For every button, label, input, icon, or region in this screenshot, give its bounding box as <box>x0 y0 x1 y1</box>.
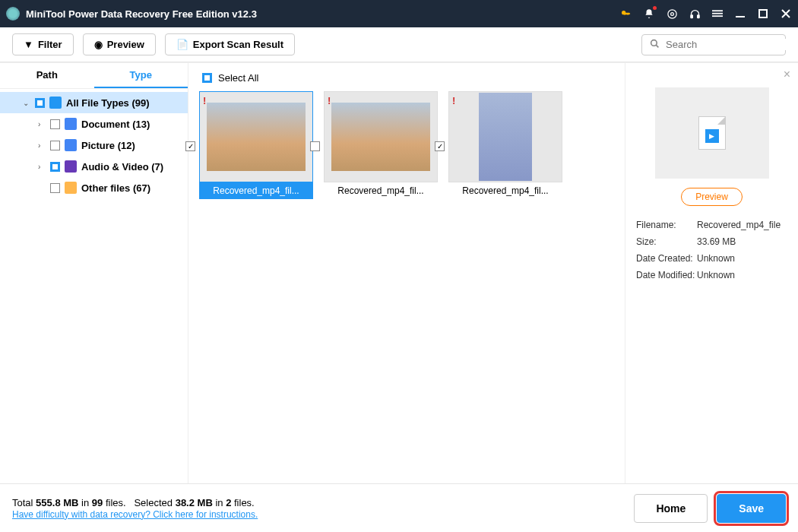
content-area: Select All ! Recovered_mp4_fil... ! Reco… <box>188 63 625 483</box>
toolbar: ▼ Filter ◉ Preview 📄 Export Scan Result <box>0 27 798 62</box>
svg-rect-3 <box>697 14 699 17</box>
filter-button[interactable]: ▼ Filter <box>12 33 74 55</box>
file-checkbox[interactable] <box>310 141 320 151</box>
tree-label: Audio & Video (7) <box>81 161 163 173</box>
footer: Total 555.8 MB in 99 files. Selected 38.… <box>0 483 798 532</box>
file-name: Recovered_mp4_fil... <box>324 182 438 199</box>
svg-point-9 <box>651 40 657 46</box>
tree-other-files[interactable]: Other files (67) <box>0 177 188 198</box>
warning-icon: ! <box>328 95 331 106</box>
preview-file-button[interactable]: Preview <box>681 188 743 206</box>
eye-icon: ◉ <box>94 39 103 50</box>
key-icon[interactable] <box>620 8 632 20</box>
tree-document[interactable]: › Document (13) <box>0 113 188 135</box>
thumb-image <box>479 93 532 181</box>
picture-icon <box>65 139 77 151</box>
search-box[interactable] <box>641 34 786 55</box>
meta-key: Date Modified: <box>636 270 697 280</box>
export-button[interactable]: 📄 Export Scan Result <box>165 33 295 55</box>
export-label: Export Scan Result <box>193 39 283 50</box>
thumbnail[interactable]: ! <box>324 91 438 182</box>
chevron-right-icon: › <box>38 120 46 128</box>
close-panel-icon[interactable]: × <box>784 68 790 81</box>
video-file-icon: ▶ <box>698 116 726 150</box>
footer-stats: Total 555.8 MB in 99 files. Selected 38.… <box>12 497 634 520</box>
file-card[interactable]: ! Recovered_mp4_fil... <box>448 91 562 199</box>
funnel-icon: ▼ <box>24 39 33 50</box>
search-icon <box>650 39 660 51</box>
app-title: MiniTool Power Data Recovery Free Editio… <box>26 8 620 20</box>
folder-icon <box>65 182 77 194</box>
tree-label: Document (13) <box>81 119 150 130</box>
preview-button[interactable]: ◉ Preview <box>83 33 156 55</box>
warning-icon: ! <box>203 95 206 106</box>
details-panel: × ▶ Preview Filename: Recovered_mp4_file… <box>625 63 798 483</box>
sidebar: Path Type ⌄ All File Types (99) › Docume… <box>0 63 188 483</box>
svg-rect-5 <box>712 13 723 14</box>
file-type-tree: ⌄ All File Types (99) › Document (13) › … <box>0 89 188 201</box>
svg-rect-7 <box>736 16 745 17</box>
meta-key: Date Created: <box>636 253 697 264</box>
home-button[interactable]: Home <box>634 494 708 523</box>
audio-video-icon <box>65 160 77 173</box>
tree-label: Other files (67) <box>81 182 150 194</box>
tab-type[interactable]: Type <box>94 63 188 88</box>
disc-icon[interactable] <box>666 8 678 20</box>
document-icon <box>65 118 77 130</box>
svg-rect-2 <box>690 14 692 17</box>
checkbox[interactable] <box>50 162 60 172</box>
bell-icon[interactable] <box>643 8 655 20</box>
app-logo <box>6 7 20 21</box>
svg-point-1 <box>670 12 673 15</box>
checkbox[interactable] <box>35 98 45 108</box>
chevron-right-icon: › <box>38 163 46 171</box>
checkbox[interactable] <box>50 183 60 193</box>
select-all-row[interactable]: Select All <box>199 71 614 91</box>
meta-key: Size: <box>636 236 697 247</box>
help-link[interactable]: Have difficulty with data recovery? Clic… <box>12 509 258 520</box>
preview-label: Preview <box>107 39 144 50</box>
file-checkbox[interactable] <box>185 141 195 151</box>
tree-label: Picture (12) <box>81 140 135 151</box>
export-icon: 📄 <box>176 39 188 50</box>
titlebar: MiniTool Power Data Recovery Free Editio… <box>0 0 798 27</box>
file-card[interactable]: ! Recovered_mp4_fil... <box>324 91 438 199</box>
warning-icon: ! <box>452 95 455 106</box>
thumbnail[interactable]: ! <box>448 91 562 182</box>
file-card[interactable]: ! Recovered_mp4_fil... <box>199 91 313 199</box>
chevron-right-icon: › <box>38 141 46 150</box>
close-icon[interactable] <box>780 8 792 20</box>
file-name: Recovered_mp4_fil... <box>448 182 562 199</box>
select-all-label: Select All <box>218 72 258 84</box>
minimize-icon[interactable] <box>734 8 746 20</box>
checkbox[interactable] <box>50 119 60 129</box>
menu-icon[interactable] <box>711 8 724 20</box>
meta-key: Filename: <box>636 220 697 230</box>
tree-label: All File Types (99) <box>66 97 150 109</box>
maximize-icon[interactable] <box>757 8 769 20</box>
search-input[interactable] <box>666 39 793 50</box>
select-all-checkbox[interactable] <box>202 73 212 83</box>
tree-picture[interactable]: › Picture (12) <box>0 135 188 156</box>
meta-value: 33.69 MB <box>697 236 787 247</box>
file-metadata: Filename: Recovered_mp4_file Size: 33.69… <box>636 220 787 280</box>
filter-label: Filter <box>38 39 62 50</box>
headphones-icon[interactable] <box>689 8 701 20</box>
preview-thumbnail: ▶ <box>655 87 769 179</box>
save-button[interactable]: Save <box>717 494 786 523</box>
checkbox[interactable] <box>50 141 60 150</box>
svg-rect-4 <box>712 10 723 11</box>
meta-value: Recovered_mp4_file <box>697 220 787 230</box>
chevron-down-icon: ⌄ <box>23 99 30 107</box>
tab-path[interactable]: Path <box>0 63 94 88</box>
tree-audio-video[interactable]: › Audio & Video (7) <box>0 156 188 177</box>
file-checkbox[interactable] <box>435 141 445 151</box>
meta-value: Unknown <box>697 270 787 280</box>
file-name: Recovered_mp4_fil... <box>199 182 313 199</box>
svg-point-0 <box>667 9 676 17</box>
tree-all-file-types[interactable]: ⌄ All File Types (99) <box>0 92 188 113</box>
monitor-icon <box>49 97 62 109</box>
meta-value: Unknown <box>697 253 787 264</box>
thumbnail[interactable]: ! <box>199 91 313 182</box>
thumb-image <box>207 103 306 171</box>
